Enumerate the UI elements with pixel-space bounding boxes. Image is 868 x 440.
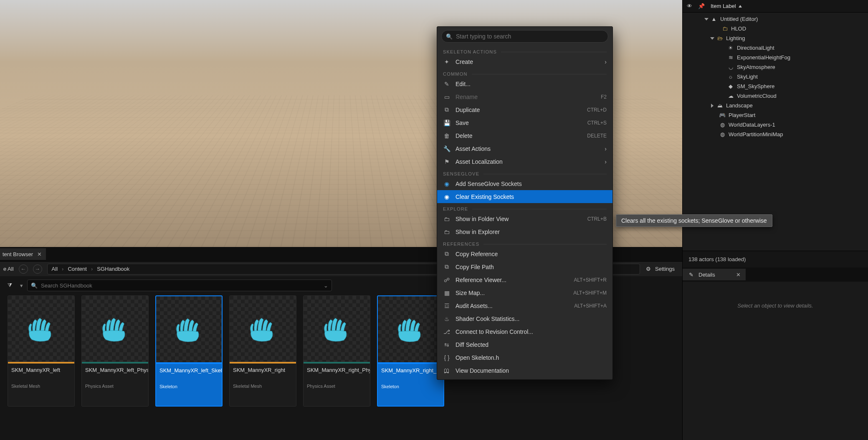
chevron-down-icon[interactable]: ▾ bbox=[20, 282, 23, 289]
ctx-open-h[interactable]: { } Open Skeleton.h bbox=[437, 351, 612, 364]
ctx-show-folder[interactable]: 🗀 Show in Folder View CTRL+B bbox=[437, 212, 612, 225]
tree-row-root[interactable]: ▲ Untitled (Editor) bbox=[683, 14, 868, 24]
asset-type: Skeleton bbox=[156, 384, 222, 392]
disclosure-icon[interactable] bbox=[711, 104, 714, 108]
ctx-clear-sockets[interactable]: ◉ Clear Existing Sockets bbox=[437, 190, 612, 203]
nav-back-icon[interactable]: ← bbox=[19, 265, 28, 274]
ctx-asset-actions[interactable]: 🔧 Asset Actions › bbox=[437, 142, 612, 155]
nav-forward-icon[interactable]: → bbox=[33, 265, 42, 274]
ctx-size-map[interactable]: ▦ Size Map... ALT+SHIFT+M bbox=[437, 286, 612, 299]
asset-tile[interactable]: SKM_MannyXR_left Skeletal Mesh bbox=[8, 295, 75, 407]
asset-thumbnail bbox=[156, 296, 222, 362]
ctx-revision[interactable]: ⎇ Connect to Revision Control... bbox=[437, 325, 612, 338]
asset-thumbnail bbox=[304, 296, 370, 362]
disclosure-icon[interactable] bbox=[710, 37, 714, 40]
asset-search[interactable]: 🔍 ⌄ bbox=[27, 280, 332, 291]
tree-row-skylight[interactable]: ☼ SkyLight bbox=[683, 72, 868, 81]
context-search-input[interactable] bbox=[456, 33, 604, 40]
ctx-save[interactable]: 💾 Save CTRL+S bbox=[437, 116, 612, 129]
playerstart-icon: 🎮 bbox=[719, 112, 726, 119]
disclosure-icon[interactable] bbox=[704, 18, 709, 20]
code-icon: { } bbox=[443, 354, 450, 361]
eye-icon[interactable]: 👁 bbox=[687, 3, 692, 9]
ctx-section-explore: EXPLORE bbox=[437, 203, 612, 212]
settings-button[interactable]: Settings bbox=[655, 266, 675, 272]
asset-name: SKM_MannyXR_left_Skeleton bbox=[156, 364, 222, 384]
tree-row-fog[interactable]: ≋ ExponentialHeightFog bbox=[683, 53, 868, 62]
ctx-add-sockets[interactable]: ◉ Add SenseGlove Sockets bbox=[437, 177, 612, 190]
outliner-status: 138 actors (138 loaded) bbox=[683, 251, 868, 267]
tree-row-hlod[interactable]: 🗀 HLOD bbox=[683, 24, 868, 33]
asset-tile[interactable]: SKM_MannyXR_right_PhysicsAsset Physics A… bbox=[303, 295, 370, 407]
ctx-create[interactable]: ✦ Create › bbox=[437, 55, 612, 68]
asset-thumbnail bbox=[378, 296, 443, 362]
tree-row-wdl[interactable]: ◍ WorldDataLayers-1 bbox=[683, 120, 868, 130]
ctx-show-explorer[interactable]: 🗀 Show in Explorer bbox=[437, 225, 612, 238]
asset-search-input[interactable] bbox=[41, 282, 320, 289]
tree-row-landscape[interactable]: ⛰ Landscape bbox=[683, 101, 868, 110]
mesh-icon: ◆ bbox=[727, 83, 734, 90]
content-browser-tab[interactable]: tent Browser ✕ bbox=[0, 248, 46, 260]
sparkle-icon: ✦ bbox=[443, 58, 450, 66]
ctx-ref-viewer[interactable]: ☍ Reference Viewer... ALT+SHIFT+R bbox=[437, 273, 612, 286]
duplicate-icon: ⧉ bbox=[443, 106, 450, 114]
chevron-down-icon[interactable]: ⌄ bbox=[324, 282, 328, 289]
tree-row-skysphere[interactable]: ◆ SM_SkySphere bbox=[683, 81, 868, 91]
search-icon: 🔍 bbox=[446, 33, 453, 40]
tree-row-directionallight[interactable]: ☀ DirectionalLight bbox=[683, 43, 868, 53]
pin-icon[interactable]: 📌 bbox=[698, 3, 705, 9]
chevron-right-icon: › bbox=[91, 266, 93, 272]
asset-type: Skeleton bbox=[378, 384, 443, 392]
ctx-rename: ▭ Rename F2 bbox=[437, 90, 612, 103]
minimap-icon: ◍ bbox=[719, 131, 726, 138]
audit-icon: ☲ bbox=[443, 302, 450, 310]
close-icon[interactable]: ✕ bbox=[736, 272, 741, 278]
asset-name: SKM_MannyXR_right_PhysicsAsset bbox=[304, 364, 370, 384]
tooltip: Clears all the existing sockets; SenseGl… bbox=[616, 214, 772, 227]
context-search[interactable]: 🔍 bbox=[441, 30, 608, 43]
sun-icon: ☀ bbox=[727, 44, 734, 52]
copy-icon: ⧉ bbox=[443, 263, 450, 271]
ctx-shader[interactable]: ♨ Shader Cook Statistics... bbox=[437, 312, 612, 325]
ctx-copy-ref[interactable]: ⧉ Copy Reference bbox=[437, 247, 612, 260]
ctx-delete[interactable]: 🗑 Delete DELETE bbox=[437, 129, 612, 142]
ctx-asset-loc[interactable]: ⚑ Asset Localization › bbox=[437, 155, 612, 168]
search-icon: 🔍 bbox=[31, 282, 38, 289]
filter-icon[interactable]: ⧩ bbox=[8, 282, 16, 289]
gear-icon[interactable]: ⚙ bbox=[645, 266, 652, 272]
asset-tile[interactable]: SKM_MannyXR_left_PhysicsAsset Physics As… bbox=[81, 295, 149, 407]
tree-row-skyatm[interactable]: ◡ SkyAtmosphere bbox=[683, 62, 868, 72]
tree-row-lighting[interactable]: 🗁 Lighting bbox=[683, 33, 868, 43]
ctx-docs[interactable]: 🕮 View Documentation bbox=[437, 364, 612, 377]
asset-type: Skeletal Mesh bbox=[230, 384, 296, 392]
breadcrumb-all[interactable]: All bbox=[52, 266, 58, 272]
ctx-diff[interactable]: ⇆ Diff Selected bbox=[437, 338, 612, 351]
breadcrumb-content[interactable]: Content bbox=[68, 266, 87, 272]
asset-tile[interactable]: SKM_MannyXR_right Skeletal Mesh bbox=[229, 295, 296, 407]
sort-asc-icon bbox=[739, 5, 742, 8]
glove-icon: ◉ bbox=[443, 193, 450, 201]
ctx-duplicate[interactable]: ⧉ Duplicate CTRL+D bbox=[437, 103, 612, 116]
tree-row-playerstart[interactable]: 🎮 PlayerStart bbox=[683, 110, 868, 120]
breadcrumb-folder[interactable]: SGHandbook bbox=[97, 266, 129, 272]
asset-tile[interactable]: SKM_MannyXR_left_Skeleton Skeleton bbox=[155, 295, 223, 407]
details-tab[interactable]: ✎ Details ✕ bbox=[683, 269, 746, 280]
asset-tile[interactable]: SKM_MannyXR_right_Skeleton Skeleton bbox=[377, 295, 444, 407]
atmosphere-icon: ◡ bbox=[727, 64, 734, 71]
ctx-edit[interactable]: ✎ Edit... bbox=[437, 77, 612, 90]
close-icon[interactable]: ✕ bbox=[37, 251, 42, 257]
context-menu[interactable]: 🔍 SKELETON ACTIONS ✦ Create › COMMON ✎ E… bbox=[437, 26, 613, 380]
tree-row-wpm[interactable]: ◍ WorldPartitionMiniMap bbox=[683, 130, 868, 139]
content-browser-tab-label: tent Browser bbox=[3, 251, 33, 257]
outliner-column-label[interactable]: Item Label bbox=[711, 3, 864, 9]
folder-icon: 🗀 bbox=[721, 25, 729, 33]
ctx-copy-path[interactable]: ⧉ Copy File Path bbox=[437, 260, 612, 273]
ctx-section-senseglove: SENSEGLOVE bbox=[437, 168, 612, 177]
save-all-button[interactable]: e All bbox=[3, 266, 14, 272]
pencil-icon: ✎ bbox=[443, 80, 450, 88]
ctx-audit[interactable]: ☲ Audit Assets... ALT+SHIFT+A bbox=[437, 299, 612, 312]
tree-row-volcloud[interactable]: ☁ VolumetricCloud bbox=[683, 91, 868, 101]
details-panel: Select an object to view details. bbox=[683, 282, 868, 440]
grid-icon: ▦ bbox=[443, 289, 450, 297]
copy-icon: ⧉ bbox=[443, 250, 450, 258]
